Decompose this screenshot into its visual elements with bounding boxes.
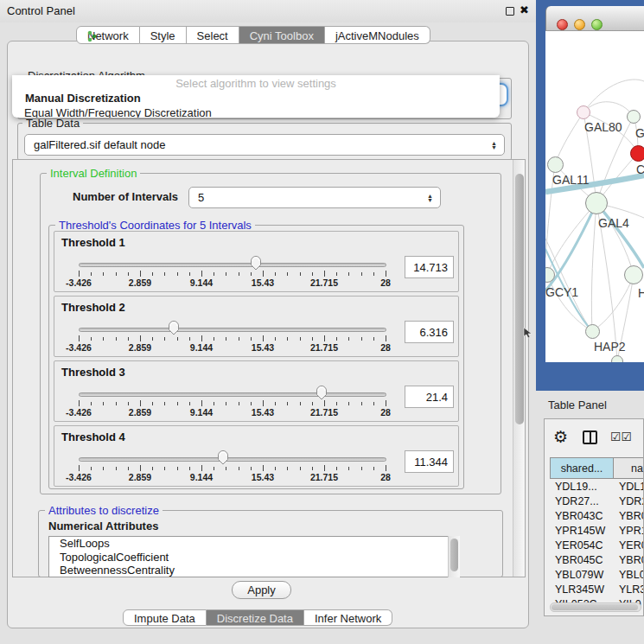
- close-icon[interactable]: ✖: [520, 3, 529, 16]
- gear-icon[interactable]: ⚙: [553, 427, 568, 447]
- horizontal-scrollbar[interactable]: [550, 603, 641, 612]
- threshold-panel-2: Threshold 2-3.4262.8599.14415.4321.71528…: [54, 296, 459, 357]
- table-row[interactable]: YDR27...YDR2: [550, 495, 644, 510]
- tick-mark: [214, 337, 214, 341]
- slider-thumb[interactable]: [249, 255, 263, 271]
- slider-thumb[interactable]: [315, 385, 328, 400]
- table-row[interactable]: YER054CYER0: [550, 539, 644, 554]
- tick-mark: [189, 337, 190, 341]
- scale-label: 15.43: [252, 407, 274, 418]
- threshold-value-field[interactable]: 6.316: [405, 321, 454, 343]
- dropdown-option-equal-width[interactable]: Equal Width/Frequency Discretization: [12, 105, 500, 118]
- minimize-traffic-light[interactable]: [574, 19, 585, 30]
- tick-mark: [361, 402, 362, 405]
- tick-mark: [116, 272, 117, 276]
- tick-mark: [287, 272, 288, 276]
- zoom-traffic-light[interactable]: [591, 19, 603, 30]
- tick-mark: [103, 337, 104, 341]
- tick-mark: [164, 402, 165, 405]
- slider-track[interactable]: [79, 457, 386, 462]
- table-row[interactable]: YBR043CYBR0: [550, 510, 644, 525]
- slider-track[interactable]: [79, 392, 386, 397]
- scale-label: 2.859: [129, 342, 151, 353]
- tick-mark: [152, 272, 153, 276]
- checkbox-icons[interactable]: ☑☑: [610, 430, 632, 443]
- tick-mark: [201, 335, 202, 341]
- network-canvas[interactable]: GAL80GACGAL11GAL4GCY1HHAP2: [545, 31, 644, 362]
- numerical-attributes-list[interactable]: SelfLoopsTopologicalCoefficientBetweenne…: [48, 536, 460, 577]
- scrollbar-thumb[interactable]: [515, 174, 524, 424]
- table-row[interactable]: YLR345WYLR3: [550, 583, 644, 598]
- tab-jactivemnodules[interactable]: jActiveMNodules: [325, 26, 430, 44]
- tab-impute-data[interactable]: Impute Data: [123, 609, 207, 626]
- tick-mark: [324, 465, 325, 471]
- tick-mark: [275, 467, 276, 470]
- column-header-name[interactable]: na: [613, 457, 644, 479]
- column-header-shared-name[interactable]: shared...: [550, 457, 614, 479]
- table-data-combobox[interactable]: galFiltered.sif default node ▲▼: [24, 134, 505, 156]
- tick-mark: [312, 467, 313, 470]
- dropdown-option-manual[interactable]: Manual Discretization: [12, 90, 500, 105]
- threshold-value-field[interactable]: 14.713: [405, 256, 454, 278]
- tick-mark: [201, 465, 202, 471]
- list-scrollbar-thumb[interactable]: [450, 539, 458, 571]
- network-node-gal80[interactable]: [577, 105, 590, 119]
- network-node-gal11[interactable]: [547, 156, 564, 173]
- table-row[interactable]: YBL079WYBL0: [550, 569, 644, 583]
- list-item[interactable]: SelfLoops: [49, 537, 459, 551]
- table-row[interactable]: YBR045CYBR0: [550, 554, 644, 569]
- list-item[interactable]: BetweennessCentrality: [49, 564, 459, 577]
- scale-label: 21.715: [310, 472, 338, 482]
- tick-mark: [300, 467, 301, 470]
- tick-mark: [226, 337, 226, 341]
- cell-shared-name: YDR27...: [555, 495, 599, 507]
- float-window-icon[interactable]: [506, 7, 514, 16]
- tick-mark: [214, 467, 214, 470]
- tab-cyni-toolbox[interactable]: Cyni Toolbox: [239, 26, 325, 44]
- scale-label: 2.859: [129, 472, 151, 482]
- network-node-c[interactable]: [630, 145, 644, 162]
- slider-thumb[interactable]: [216, 450, 230, 465]
- slider-track[interactable]: [79, 263, 386, 267]
- tick-mark: [263, 271, 264, 277]
- tick-mark: [152, 402, 153, 405]
- tab-style[interactable]: Style: [140, 26, 187, 44]
- scale-label: 9.144: [190, 472, 213, 482]
- cell-shared-name: YBL079W: [555, 569, 603, 581]
- network-node-gal4[interactable]: [585, 192, 608, 214]
- close-traffic-light[interactable]: [557, 19, 568, 30]
- vertical-scrollbar[interactable]: [513, 160, 525, 577]
- tick-mark: [263, 465, 264, 471]
- panel-title: Control Panel: [7, 4, 75, 17]
- table-row[interactable]: YDL19...YDL1: [550, 481, 644, 495]
- cell-shared-name: YDL19...: [555, 481, 597, 493]
- apply-button[interactable]: Apply: [232, 581, 291, 599]
- tick-mark: [275, 272, 276, 276]
- numerical-attributes-label: Numerical Attributes: [48, 520, 158, 532]
- tick-mark: [91, 272, 92, 276]
- table-row[interactable]: YPR145WYPR1: [550, 525, 644, 539]
- tick-mark: [79, 465, 80, 471]
- tick-mark: [103, 272, 104, 276]
- network-node-h[interactable]: [624, 265, 643, 284]
- hscrollbar-thumb[interactable]: [552, 604, 638, 610]
- tab-select[interactable]: Select: [187, 26, 239, 44]
- slider-track[interactable]: [79, 328, 386, 332]
- tab-discretize-data[interactable]: Discretize Data: [207, 609, 304, 626]
- tab-network[interactable]: Network: [76, 26, 140, 44]
- scale-label: 2.859: [129, 277, 151, 288]
- split-columns-icon[interactable]: [583, 430, 597, 444]
- threshold-value-field[interactable]: 11.344: [405, 450, 454, 473]
- tab-infer-network[interactable]: Infer Network: [304, 609, 392, 626]
- list-scrollbar[interactable]: [448, 536, 460, 577]
- slider-thumb[interactable]: [167, 320, 181, 335]
- num-intervals-combobox[interactable]: 5 ▲▼: [188, 187, 441, 208]
- network-node[interactable]: [611, 355, 623, 362]
- node-label: GAL80: [584, 120, 622, 134]
- network-window-titlebar[interactable]: [545, 6, 644, 31]
- network-node-ga[interactable]: [627, 110, 641, 124]
- list-item[interactable]: TopologicalCoefficient: [49, 551, 459, 564]
- tick-mark: [91, 337, 92, 341]
- threshold-value-field[interactable]: 21.4: [405, 386, 454, 408]
- network-node-hap2[interactable]: [585, 324, 600, 339]
